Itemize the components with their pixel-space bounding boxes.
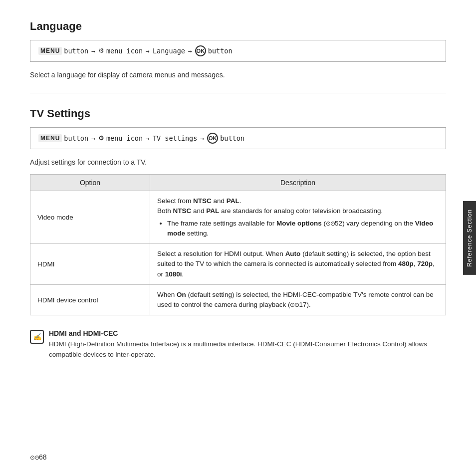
col-option-header: Option bbox=[30, 175, 150, 191]
tv-description: Adjust settings for connection to a TV. bbox=[30, 158, 446, 166]
table-row: HDMI device control When On (default set… bbox=[30, 284, 446, 315]
language-description: Select a language for display of camera … bbox=[30, 71, 446, 79]
tv-page-text: TV settings bbox=[153, 134, 197, 142]
note-text: HDMI (High-Definition Multimedia Interfa… bbox=[49, 339, 446, 360]
tv-icon-text: menu icon bbox=[106, 134, 143, 142]
note-title: HDMI and HDMI-CEC bbox=[49, 329, 446, 337]
table-row: HDMI Select a resolution for HDMI output… bbox=[30, 244, 446, 285]
desc-video-mode: Select from NTSC and PAL. Both NTSC and … bbox=[150, 191, 446, 244]
page-footer: ⊙⊙68 bbox=[30, 453, 47, 461]
section-divider bbox=[30, 93, 446, 93]
language-nav-box: MENU button → ⚙ menu icon → Language → O… bbox=[30, 40, 446, 62]
tv-menu-text: button bbox=[64, 134, 88, 142]
tv-menu-label: MENU bbox=[38, 134, 62, 142]
table-row: Video mode Select from NTSC and PAL. Bot… bbox=[30, 191, 446, 244]
note-icon: ✍ bbox=[30, 330, 44, 344]
language-title: Language bbox=[30, 20, 446, 33]
tv-ok-button: OK bbox=[207, 133, 218, 144]
language-page-text: Language bbox=[153, 47, 185, 55]
option-hdmi: HDMI bbox=[30, 244, 150, 285]
tv-settings-table: Option Description Video mode Select fro… bbox=[30, 174, 446, 315]
page-number: 68 bbox=[39, 453, 47, 461]
language-menu-label: MENU bbox=[38, 47, 62, 55]
tv-menu-icon: ⚙ bbox=[98, 134, 104, 142]
language-menu-text: button bbox=[64, 47, 88, 55]
page-icon: ⊙⊙ bbox=[30, 454, 39, 461]
language-ok-text: button bbox=[208, 47, 233, 55]
desc-hdmi: Select a resolution for HDMI output. Whe… bbox=[150, 244, 446, 285]
language-menu-icon: ⚙ bbox=[98, 47, 104, 55]
note-box: ✍ HDMI and HDMI-CEC HDMI (High-Definitio… bbox=[30, 329, 446, 360]
tv-ok-text: button bbox=[220, 134, 244, 142]
col-description-header: Description bbox=[150, 175, 446, 191]
note-content: HDMI and HDMI-CEC HDMI (High-Definition … bbox=[49, 329, 446, 360]
tv-nav-box: MENU button → ⚙ menu icon → TV settings … bbox=[30, 127, 446, 149]
language-ok-button: OK bbox=[195, 45, 206, 56]
option-video-mode: Video mode bbox=[30, 191, 150, 244]
tv-title: TV Settings bbox=[30, 107, 446, 120]
table-header-row: Option Description bbox=[30, 175, 446, 191]
option-hdmi-device-control: HDMI device control bbox=[30, 284, 150, 315]
desc-hdmi-device-control: When On (default setting) is selected, t… bbox=[150, 284, 446, 315]
language-icon-text: menu icon bbox=[106, 47, 143, 55]
side-tab: Reference Section bbox=[463, 201, 476, 275]
